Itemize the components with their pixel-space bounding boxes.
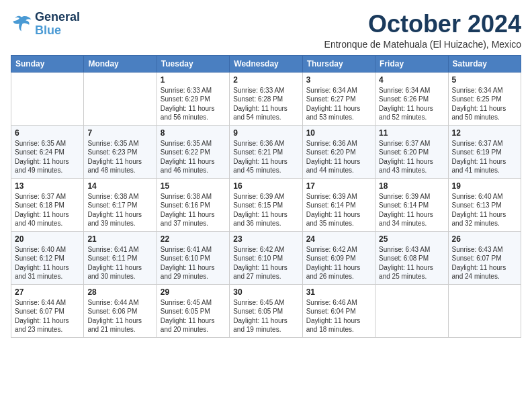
header-day-thursday: Thursday bbox=[302, 55, 375, 72]
day-info: Sunrise: 6:40 AMSunset: 6:12 PMDaylight:… bbox=[15, 245, 80, 281]
day-number: 23 bbox=[233, 234, 298, 244]
day-info: Sunrise: 6:37 AMSunset: 6:18 PMDaylight:… bbox=[15, 192, 80, 228]
location-subtitle: Entronque de Matehuala (El Huizache), Me… bbox=[324, 39, 521, 50]
calendar-cell: 5Sunrise: 6:34 AMSunset: 6:25 PMDaylight… bbox=[448, 72, 521, 125]
day-info: Sunrise: 6:39 AMSunset: 6:15 PMDaylight:… bbox=[233, 192, 298, 228]
calendar-week-row: 6Sunrise: 6:35 AMSunset: 6:24 PMDaylight… bbox=[11, 125, 521, 178]
day-number: 5 bbox=[452, 75, 517, 85]
calendar-cell: 11Sunrise: 6:37 AMSunset: 6:20 PMDayligh… bbox=[375, 125, 448, 178]
calendar-cell: 13Sunrise: 6:37 AMSunset: 6:18 PMDayligh… bbox=[11, 178, 84, 231]
calendar-cell: 12Sunrise: 6:37 AMSunset: 6:19 PMDayligh… bbox=[448, 125, 521, 178]
day-info: Sunrise: 6:37 AMSunset: 6:19 PMDaylight:… bbox=[452, 139, 517, 175]
day-number: 17 bbox=[306, 181, 371, 191]
day-number: 3 bbox=[306, 75, 371, 85]
calendar-cell bbox=[11, 72, 84, 125]
header-day-monday: Monday bbox=[84, 55, 157, 72]
header-day-saturday: Saturday bbox=[448, 55, 521, 72]
page-header: General Blue October 2024 Entronque de M… bbox=[11, 11, 521, 50]
day-info: Sunrise: 6:34 AMSunset: 6:26 PMDaylight:… bbox=[379, 86, 444, 122]
calendar-cell bbox=[84, 72, 157, 125]
day-info: Sunrise: 6:34 AMSunset: 6:25 PMDaylight:… bbox=[452, 86, 517, 122]
calendar-cell bbox=[448, 284, 521, 337]
calendar-cell: 10Sunrise: 6:36 AMSunset: 6:20 PMDayligh… bbox=[302, 125, 375, 178]
day-info: Sunrise: 6:36 AMSunset: 6:21 PMDaylight:… bbox=[233, 139, 298, 175]
day-info: Sunrise: 6:38 AMSunset: 6:17 PMDaylight:… bbox=[87, 192, 152, 228]
day-number: 29 bbox=[161, 287, 226, 297]
day-number: 18 bbox=[379, 181, 444, 191]
calendar-cell: 18Sunrise: 6:39 AMSunset: 6:14 PMDayligh… bbox=[375, 178, 448, 231]
calendar-week-row: 27Sunrise: 6:44 AMSunset: 6:07 PMDayligh… bbox=[11, 284, 521, 337]
day-number: 26 bbox=[452, 234, 517, 244]
day-number: 13 bbox=[15, 181, 80, 191]
day-info: Sunrise: 6:44 AMSunset: 6:07 PMDaylight:… bbox=[15, 298, 80, 334]
header-day-friday: Friday bbox=[375, 55, 448, 72]
logo-icon bbox=[11, 15, 32, 34]
day-info: Sunrise: 6:36 AMSunset: 6:20 PMDaylight:… bbox=[306, 139, 371, 175]
day-info: Sunrise: 6:34 AMSunset: 6:27 PMDaylight:… bbox=[306, 86, 371, 122]
calendar-cell: 21Sunrise: 6:41 AMSunset: 6:11 PMDayligh… bbox=[84, 231, 157, 284]
day-info: Sunrise: 6:42 AMSunset: 6:09 PMDaylight:… bbox=[306, 245, 371, 281]
day-number: 2 bbox=[233, 75, 298, 85]
calendar-cell: 9Sunrise: 6:36 AMSunset: 6:21 PMDaylight… bbox=[230, 125, 302, 178]
day-number: 8 bbox=[161, 128, 226, 138]
day-info: Sunrise: 6:40 AMSunset: 6:13 PMDaylight:… bbox=[452, 192, 517, 228]
day-number: 14 bbox=[87, 181, 152, 191]
day-number: 11 bbox=[379, 128, 444, 138]
day-number: 9 bbox=[233, 128, 298, 138]
calendar-cell bbox=[375, 284, 448, 337]
calendar-cell: 22Sunrise: 6:41 AMSunset: 6:10 PMDayligh… bbox=[157, 231, 229, 284]
day-number: 28 bbox=[87, 287, 152, 297]
calendar-week-row: 20Sunrise: 6:40 AMSunset: 6:12 PMDayligh… bbox=[11, 231, 521, 284]
calendar-cell: 3Sunrise: 6:34 AMSunset: 6:27 PMDaylight… bbox=[302, 72, 375, 125]
header-day-wednesday: Wednesday bbox=[230, 55, 302, 72]
day-number: 7 bbox=[87, 128, 152, 138]
day-number: 19 bbox=[452, 181, 517, 191]
day-info: Sunrise: 6:45 AMSunset: 6:05 PMDaylight:… bbox=[233, 298, 298, 334]
day-number: 27 bbox=[15, 287, 80, 297]
calendar-cell: 24Sunrise: 6:42 AMSunset: 6:09 PMDayligh… bbox=[302, 231, 375, 284]
calendar-cell: 19Sunrise: 6:40 AMSunset: 6:13 PMDayligh… bbox=[448, 178, 521, 231]
day-info: Sunrise: 6:41 AMSunset: 6:10 PMDaylight:… bbox=[161, 245, 226, 281]
day-number: 30 bbox=[233, 287, 298, 297]
calendar-cell: 26Sunrise: 6:43 AMSunset: 6:07 PMDayligh… bbox=[448, 231, 521, 284]
calendar-cell: 27Sunrise: 6:44 AMSunset: 6:07 PMDayligh… bbox=[11, 284, 84, 337]
day-info: Sunrise: 6:35 AMSunset: 6:22 PMDaylight:… bbox=[161, 139, 226, 175]
day-number: 4 bbox=[379, 75, 444, 85]
calendar-cell: 23Sunrise: 6:42 AMSunset: 6:10 PMDayligh… bbox=[230, 231, 302, 284]
calendar-cell: 7Sunrise: 6:35 AMSunset: 6:23 PMDaylight… bbox=[84, 125, 157, 178]
calendar-cell: 6Sunrise: 6:35 AMSunset: 6:24 PMDaylight… bbox=[11, 125, 84, 178]
day-number: 25 bbox=[379, 234, 444, 244]
calendar-header-row: SundayMondayTuesdayWednesdayThursdayFrid… bbox=[11, 55, 521, 72]
day-number: 6 bbox=[15, 128, 80, 138]
day-number: 10 bbox=[306, 128, 371, 138]
day-info: Sunrise: 6:35 AMSunset: 6:24 PMDaylight:… bbox=[15, 139, 80, 175]
day-info: Sunrise: 6:39 AMSunset: 6:14 PMDaylight:… bbox=[379, 192, 444, 228]
calendar-cell: 1Sunrise: 6:33 AMSunset: 6:29 PMDaylight… bbox=[157, 72, 229, 125]
day-number: 20 bbox=[15, 234, 80, 244]
day-info: Sunrise: 6:33 AMSunset: 6:29 PMDaylight:… bbox=[161, 86, 226, 122]
day-number: 12 bbox=[452, 128, 517, 138]
calendar-cell: 20Sunrise: 6:40 AMSunset: 6:12 PMDayligh… bbox=[11, 231, 84, 284]
day-info: Sunrise: 6:39 AMSunset: 6:14 PMDaylight:… bbox=[306, 192, 371, 228]
day-info: Sunrise: 6:33 AMSunset: 6:28 PMDaylight:… bbox=[233, 86, 298, 122]
calendar-week-row: 13Sunrise: 6:37 AMSunset: 6:18 PMDayligh… bbox=[11, 178, 521, 231]
day-number: 22 bbox=[161, 234, 226, 244]
day-info: Sunrise: 6:44 AMSunset: 6:06 PMDaylight:… bbox=[87, 298, 152, 334]
day-number: 16 bbox=[233, 181, 298, 191]
calendar-table: SundayMondayTuesdayWednesdayThursdayFrid… bbox=[11, 55, 521, 338]
day-number: 21 bbox=[87, 234, 152, 244]
day-number: 24 bbox=[306, 234, 371, 244]
calendar-cell: 31Sunrise: 6:46 AMSunset: 6:04 PMDayligh… bbox=[302, 284, 375, 337]
calendar-cell: 28Sunrise: 6:44 AMSunset: 6:06 PMDayligh… bbox=[84, 284, 157, 337]
day-info: Sunrise: 6:46 AMSunset: 6:04 PMDaylight:… bbox=[306, 298, 371, 334]
day-info: Sunrise: 6:45 AMSunset: 6:05 PMDaylight:… bbox=[161, 298, 226, 334]
title-area: October 2024 Entronque de Matehuala (El … bbox=[324, 11, 521, 50]
day-info: Sunrise: 6:41 AMSunset: 6:11 PMDaylight:… bbox=[87, 245, 152, 281]
calendar-week-row: 1Sunrise: 6:33 AMSunset: 6:29 PMDaylight… bbox=[11, 72, 521, 125]
day-info: Sunrise: 6:42 AMSunset: 6:10 PMDaylight:… bbox=[233, 245, 298, 281]
day-number: 15 bbox=[161, 181, 226, 191]
calendar-cell: 4Sunrise: 6:34 AMSunset: 6:26 PMDaylight… bbox=[375, 72, 448, 125]
logo: General Blue bbox=[11, 11, 80, 38]
day-number: 1 bbox=[161, 75, 226, 85]
calendar-cell: 30Sunrise: 6:45 AMSunset: 6:05 PMDayligh… bbox=[230, 284, 302, 337]
